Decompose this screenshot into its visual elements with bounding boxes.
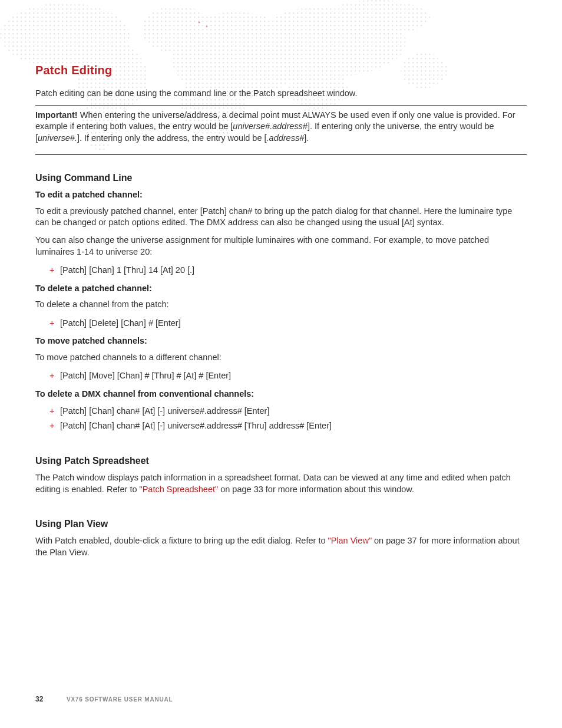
subhead-edit-channel: To edit a patched channel:: [35, 189, 527, 201]
heading-patch-spreadsheet: Using Patch Spreadsheet: [35, 456, 527, 466]
list-item: [Patch] [Chan] 1 [Thru] 14 [At] 20 [.]: [49, 263, 527, 276]
heading-command-line: Using Command Line: [35, 173, 527, 183]
page-number: 32: [35, 695, 43, 703]
important-label: Important!: [35, 110, 78, 120]
move-command-list: [Patch] [Move] [Chan] # [Thru] # [At] # …: [35, 369, 527, 382]
planview-paragraph: With Patch enabled, double-click a fixtu…: [35, 535, 527, 558]
page-content: Patch Editing Patch editing can be done …: [0, 0, 562, 588]
list-item: [Patch] [Chan] chan# [At] [-] universe#.…: [49, 419, 527, 432]
important-note: Important! When entering the universe/ad…: [35, 106, 527, 156]
list-item: [Patch] [Move] [Chan] # [Thru] # [At] # …: [49, 369, 527, 382]
manual-title: VX76 SOFTWARE USER MANUAL: [67, 696, 173, 703]
intro-paragraph: Patch editing can be done using the comm…: [35, 88, 527, 100]
spreadsheet-paragraph: The Patch window displays patch informat…: [35, 472, 527, 495]
delete-paragraph: To delete a channel from the patch:: [35, 299, 527, 311]
link-plan-view[interactable]: "Plan View": [328, 536, 372, 545]
heading-plan-view: Using Plan View: [35, 519, 527, 529]
edit-paragraph-1: To edit a previously patched channel, en…: [35, 206, 527, 229]
subhead-delete-dmx: To delete a DMX channel from conventiona…: [35, 388, 527, 400]
edit-command-list: [Patch] [Chan] 1 [Thru] 14 [At] 20 [.]: [35, 263, 527, 276]
page-footer: 32 VX76 SOFTWARE USER MANUAL: [35, 695, 527, 703]
link-patch-spreadsheet[interactable]: "Patch Spreadsheet": [140, 485, 219, 494]
subhead-delete-channel: To delete a patched channel:: [35, 283, 527, 295]
edit-paragraph-2: You can also change the universe assignm…: [35, 235, 527, 258]
list-item: [Patch] [Delete] [Chan] # [Enter]: [49, 317, 527, 330]
list-item: [Patch] [Chan] chan# [At] [-] universe#.…: [49, 404, 527, 417]
dmx-command-list: [Patch] [Chan] chan# [At] [-] universe#.…: [35, 404, 527, 432]
delete-command-list: [Patch] [Delete] [Chan] # [Enter]: [35, 317, 527, 330]
subhead-move-channels: To move patched channels:: [35, 335, 527, 347]
move-paragraph: To move patched channels to a different …: [35, 352, 527, 364]
important-text: Important! When entering the universe/ad…: [35, 110, 527, 144]
page-title: Patch Editing: [35, 64, 527, 77]
